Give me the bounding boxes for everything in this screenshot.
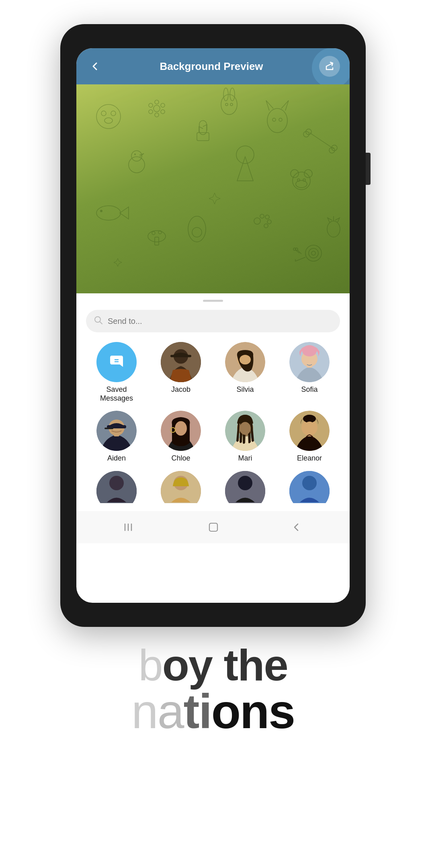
svg-point-20 [129, 157, 145, 173]
svg-point-23 [236, 146, 254, 164]
page-wrapper: Background Preview [0, 0, 426, 868]
svg-point-7 [161, 110, 165, 114]
svg-point-9 [149, 110, 153, 114]
svg-point-51 [225, 103, 228, 106]
svg-rect-39 [155, 237, 159, 245]
svg-point-92 [302, 476, 317, 490]
eleanor-avatar [289, 411, 330, 451]
svg-point-31 [100, 210, 102, 212]
share-button[interactable] [319, 56, 340, 77]
svg-point-5 [155, 100, 159, 104]
svg-point-84 [303, 422, 315, 435]
bottom-line2: nations [72, 687, 354, 735]
background-preview [76, 84, 350, 293]
svg-point-11 [267, 108, 287, 133]
svg-point-38 [264, 224, 268, 228]
svg-point-4 [154, 105, 160, 112]
contact-name-mari: Mari [238, 454, 252, 463]
nav-menu-button[interactable] [124, 522, 136, 532]
contacts-row-1: Saved Messages [86, 342, 340, 403]
svg-point-3 [104, 118, 113, 123]
svg-rect-57 [170, 355, 191, 357]
back-button[interactable] [86, 57, 104, 75]
phone-frame: Background Preview [60, 24, 366, 627]
contact-name-chloe: Chloe [171, 454, 190, 463]
svg-point-21 [131, 151, 142, 161]
svg-point-44 [309, 248, 318, 258]
nav-home-button[interactable] [208, 522, 219, 533]
header: Background Preview [76, 48, 350, 84]
contact-chloe[interactable]: Chloe [150, 411, 211, 463]
search-input[interactable] [108, 317, 332, 326]
phone-screen: Background Preview [76, 48, 350, 603]
nav-back-button[interactable] [291, 522, 302, 533]
partial-contact-4[interactable] [279, 471, 340, 503]
svg-point-12 [272, 118, 276, 121]
contact-silvia[interactable]: Silvia [215, 342, 276, 403]
jacob-avatar [161, 342, 201, 382]
bottom-sheet: Saved Messages [76, 293, 350, 511]
side-button [366, 153, 371, 185]
svg-point-1 [101, 111, 106, 116]
bottom-text-area: boy the nations [72, 643, 354, 735]
svg-point-0 [96, 104, 121, 129]
svg-point-90 [238, 476, 252, 490]
svg-point-25 [291, 170, 299, 178]
svg-rect-96 [209, 523, 217, 531]
nav-bar [76, 511, 350, 543]
svg-point-40 [148, 231, 166, 242]
svg-point-43 [305, 245, 322, 261]
svg-point-17 [329, 147, 335, 153]
svg-point-86 [109, 476, 124, 490]
svg-point-65 [302, 345, 317, 356]
header-title: Background Preview [160, 60, 263, 73]
svg-point-36 [265, 215, 269, 219]
drag-handle [203, 300, 223, 302]
svg-point-45 [311, 251, 315, 255]
svg-point-13 [279, 118, 282, 121]
contact-name-silvia: Silvia [236, 385, 254, 394]
svg-rect-70 [104, 428, 113, 429]
svg-point-6 [161, 103, 165, 107]
svg-point-37 [267, 220, 271, 224]
svg-point-52 [230, 103, 233, 106]
contact-jacob[interactable]: Jacob [150, 342, 211, 403]
svg-point-33 [192, 227, 202, 237]
svg-point-30 [96, 206, 121, 220]
search-bar[interactable] [86, 310, 340, 332]
svg-point-74 [175, 421, 187, 436]
mari-avatar [225, 411, 265, 451]
svg-point-10 [149, 103, 153, 107]
partial-contact-3[interactable] [215, 471, 276, 503]
svg-rect-18 [197, 133, 209, 141]
contact-name-eleanor: Eleanor [297, 454, 322, 463]
svg-point-24 [293, 172, 310, 190]
silvia-avatar [225, 342, 265, 382]
chloe-avatar [161, 411, 201, 451]
contact-name-aiden: Aiden [107, 454, 126, 463]
svg-point-32 [188, 216, 206, 242]
partial-contact-1[interactable] [86, 471, 147, 503]
aiden-avatar [96, 411, 137, 451]
contact-saved-messages[interactable]: Saved Messages [86, 342, 147, 403]
svg-point-14 [306, 129, 311, 135]
svg-point-26 [304, 170, 312, 178]
bottom-line1: boy the [72, 643, 354, 687]
contact-mari[interactable]: Mari [215, 411, 276, 463]
contact-name-saved: Saved Messages [100, 385, 133, 403]
svg-point-22 [134, 154, 136, 155]
contact-sofia[interactable]: Sofia [279, 342, 340, 403]
contact-name-jacob: Jacob [171, 385, 190, 394]
svg-point-34 [254, 218, 260, 224]
svg-point-61 [240, 355, 251, 364]
contact-eleanor[interactable]: Eleanor [279, 411, 340, 463]
contact-name-sofia: Sofia [301, 385, 317, 394]
svg-point-8 [155, 113, 159, 117]
search-icon [94, 316, 103, 326]
svg-point-53 [327, 221, 340, 237]
svg-point-2 [111, 111, 116, 116]
partial-contact-2[interactable] [150, 471, 211, 503]
contact-aiden[interactable]: Aiden [86, 411, 147, 463]
svg-point-41 [152, 231, 155, 235]
svg-point-35 [260, 214, 264, 218]
